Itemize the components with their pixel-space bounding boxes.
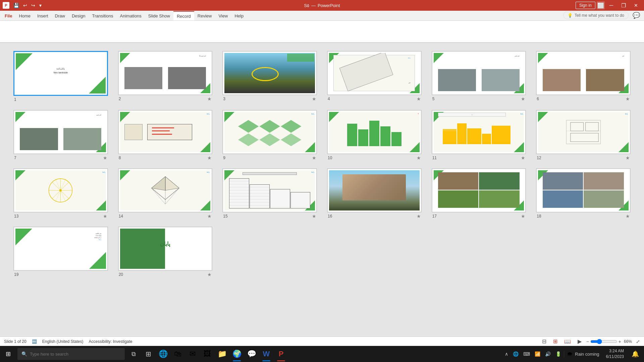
tab-slideshow[interactable]: Slide Show: [145, 11, 173, 20]
zoom-out-button[interactable]: −: [586, 339, 589, 344]
normal-view-button[interactable]: ⊟: [540, 338, 548, 345]
slide-item-18[interactable]: 18 ★: [536, 168, 631, 220]
undo-button[interactable]: ↩: [22, 2, 29, 9]
slide-star-16[interactable]: ★: [417, 214, 421, 219]
slide-star-15[interactable]: ★: [312, 214, 316, 219]
weather-widget[interactable]: 🌧 Rain coming: [564, 351, 602, 358]
taskbar-icon-powerpoint[interactable]: P: [274, 346, 288, 362]
ribbon-tabs: File Home Insert Draw Design Transitions…: [0, 11, 644, 21]
system-clock[interactable]: 3:24 AM 6/11/2023: [603, 348, 627, 360]
slide-item-12[interactable]: رابط: [536, 110, 631, 162]
slide-sorter-button[interactable]: ⊞: [551, 338, 559, 345]
tab-home[interactable]: Home: [15, 11, 34, 20]
slide-star-13[interactable]: ★: [103, 214, 107, 219]
tab-insert[interactable]: Insert: [34, 11, 52, 20]
tab-record[interactable]: Record: [173, 11, 194, 20]
slide-star-10[interactable]: ★: [417, 155, 421, 161]
tab-help[interactable]: Help: [231, 11, 247, 20]
redo-button[interactable]: ↪: [30, 2, 37, 9]
slide-star-2[interactable]: ★: [207, 96, 212, 102]
slide-number-8: 8: [119, 156, 121, 160]
accessibility-status[interactable]: Accessibility: Investigate: [89, 339, 132, 344]
slide-item-11[interactable]: رابط □ 11 ★: [432, 110, 526, 162]
start-button[interactable]: ⊞: [0, 346, 16, 362]
slide-star-12[interactable]: ★: [626, 155, 630, 161]
restore-button[interactable]: ❐: [618, 1, 629, 10]
slide-item-6[interactable]: نص 6 ★: [536, 51, 631, 103]
zoom-level[interactable]: 66%: [623, 339, 633, 344]
notification-center-button[interactable]: 🔔: [628, 346, 643, 362]
slide-item-14[interactable]: رابط: [118, 168, 213, 220]
tab-animations[interactable]: Animations: [117, 11, 145, 20]
slide-item-13[interactable]: رابط: [13, 168, 108, 220]
tray-icon-keyboard[interactable]: ⌨: [521, 350, 532, 358]
minimize-button[interactable]: ─: [606, 1, 616, 10]
sign-in-button[interactable]: Sign in: [576, 2, 595, 9]
slide-item-17[interactable]: 17 ★: [432, 168, 526, 220]
tell-me-box[interactable]: 💡 Tell me what you want to do: [563, 12, 629, 19]
taskbar-search-bar[interactable]: 🔍: [17, 348, 125, 360]
slide-star-8[interactable]: ★: [207, 155, 212, 161]
taskview-icon: ⧉: [131, 351, 136, 358]
tray-overflow-button[interactable]: ∧: [503, 350, 510, 358]
tab-file[interactable]: File: [1, 11, 15, 20]
tab-transitions[interactable]: Transitions: [89, 11, 116, 20]
zoom-slider[interactable]: [590, 339, 617, 344]
taskbar-icon-word[interactable]: W: [259, 346, 274, 362]
taskbar-search-input[interactable]: [30, 352, 121, 357]
slide-item-7[interactable]: نص عربي 7 ★: [13, 110, 108, 162]
slideshow-button[interactable]: ▶: [576, 338, 584, 345]
spell-check-icon[interactable]: 🔤: [32, 339, 37, 344]
close-button[interactable]: ✕: [631, 1, 641, 9]
slide-star-17[interactable]: ★: [521, 214, 525, 219]
zoom-in-button[interactable]: +: [619, 339, 621, 344]
slide-item-2[interactable]: نص عربي هنا 2 ★: [118, 51, 213, 103]
taskbar-icon-photos[interactable]: 🖼: [200, 346, 215, 362]
reading-view-button[interactable]: 📖: [562, 338, 573, 345]
tray-icon-wifi[interactable]: 📶: [533, 350, 542, 358]
slide-star-20[interactable]: ★: [207, 272, 212, 277]
tab-design[interactable]: Design: [68, 11, 89, 20]
slide-item-15[interactable]: رابط: [222, 168, 317, 220]
taskbar-icon-edge[interactable]: 🌐: [156, 346, 170, 362]
taskbar-icon-mail[interactable]: ✉: [185, 346, 200, 362]
slide-item-19[interactable]: متن اعلامیه نوشته شده در این صفحه رابط 1…: [13, 227, 108, 278]
tray-icon-network[interactable]: 🌐: [511, 350, 521, 358]
slide-star-9[interactable]: ★: [312, 155, 316, 161]
slide-item-20[interactable]: پایان 20 ★: [118, 227, 213, 278]
slide-item-5[interactable]: نص عربي 5 ★: [432, 51, 526, 103]
ribbon-display-button[interactable]: ⬜: [597, 1, 605, 9]
slide-item-16[interactable]: 16 ★: [327, 168, 422, 220]
slide-item-8[interactable]: رابط 8 ★: [118, 110, 213, 162]
slide-star-11[interactable]: ★: [521, 155, 525, 161]
slide-star-14[interactable]: ★: [207, 214, 212, 219]
slide-item-10[interactable]: ✕ 10 ★: [327, 110, 422, 162]
slide-item-9[interactable]: رابط 9 ★: [222, 110, 317, 162]
customize-qa-button[interactable]: ▾: [38, 2, 43, 9]
taskbar-icon-teams[interactable]: 💬: [244, 346, 259, 362]
tab-draw[interactable]: Draw: [52, 11, 68, 20]
comments-button[interactable]: 💬: [631, 10, 641, 20]
slide-item-1[interactable]: پایان‌نامه Neo bankside 1 ★: [13, 51, 108, 103]
slide-star-5[interactable]: ★: [521, 96, 525, 102]
tray-icon-volume[interactable]: 🔊: [543, 350, 553, 358]
tab-view[interactable]: View: [215, 11, 231, 20]
tray-icon-battery[interactable]: 🔋: [553, 350, 563, 358]
slide-star-6[interactable]: ★: [626, 96, 630, 102]
slide-star-3[interactable]: ★: [312, 96, 316, 102]
taskbar-icon-widgets[interactable]: ⊞: [141, 346, 156, 362]
taskview-button[interactable]: ⧉: [126, 346, 141, 362]
fit-slide-button[interactable]: ⤢: [636, 339, 640, 344]
slide-item-3[interactable]: 3 ★: [222, 51, 317, 103]
tab-review[interactable]: Review: [194, 11, 215, 20]
slide-star-7[interactable]: ★: [103, 155, 107, 161]
taskbar-icon-chrome[interactable]: 🌍: [229, 346, 244, 362]
taskbar-icon-explorer[interactable]: 📁: [215, 346, 229, 362]
slide-item-4[interactable]: رابط نص 4 ★: [327, 51, 422, 103]
save-button[interactable]: 💾: [12, 2, 20, 9]
taskbar-icon-store[interactable]: 🛍: [170, 346, 185, 362]
slide-star-18[interactable]: ★: [626, 214, 630, 219]
language-status[interactable]: English (United States): [42, 339, 84, 344]
slide-star-4[interactable]: ★: [417, 96, 421, 102]
svg-marker-15: [151, 177, 165, 190]
